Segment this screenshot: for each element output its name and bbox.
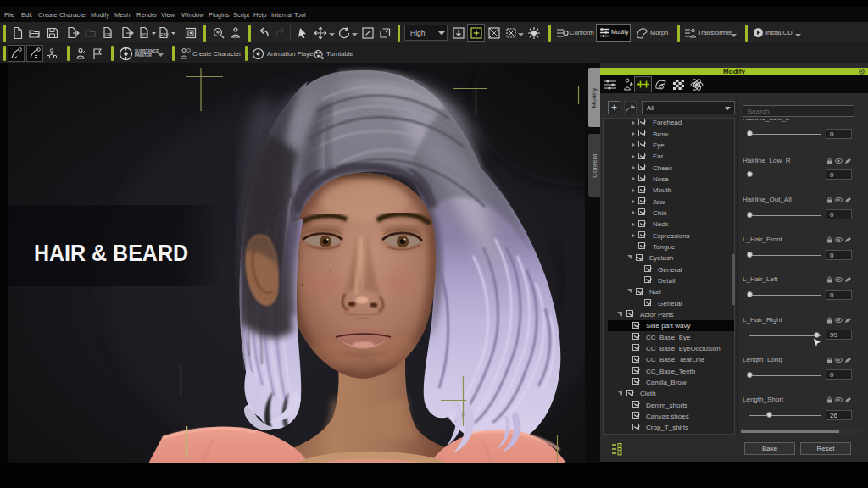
svg-text:FBX: FBX (161, 32, 170, 37)
svg-text:3D: 3D (142, 32, 147, 37)
svg-text:HAIR & BEARD: HAIR & BEARD (34, 239, 188, 266)
svg-text:Z: Z (659, 84, 662, 89)
svg-text:GIF: GIF (105, 32, 112, 37)
